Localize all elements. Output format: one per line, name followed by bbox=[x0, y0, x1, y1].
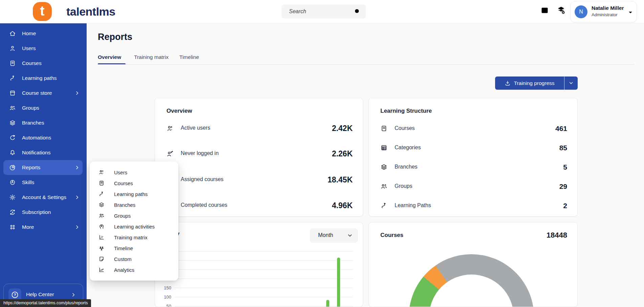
sidebar-item-skills[interactable]: Skills bbox=[0, 175, 87, 190]
sidebar-item-automations[interactable]: Automations bbox=[0, 130, 87, 145]
status-bar-url: https://demoportal.talentlms.com/plus/re… bbox=[0, 299, 91, 307]
avatar: N bbox=[575, 5, 587, 18]
gridline bbox=[174, 297, 353, 297]
search-box bbox=[282, 4, 366, 19]
talentlms-logo-mark[interactable]: t bbox=[33, 2, 52, 21]
stat-value: 2 bbox=[563, 202, 567, 210]
sidebar-item-groups[interactable]: Groups bbox=[0, 101, 87, 115]
sidebar-item-label: Course store bbox=[22, 90, 52, 96]
chevron-down-icon[interactable] bbox=[569, 81, 574, 86]
y-axis-tick: 50 bbox=[155, 304, 171, 307]
submenu-item-custom[interactable]: Custom bbox=[90, 254, 178, 264]
tab-overview[interactable]: Overview bbox=[98, 54, 121, 60]
sidebar-item-label: Courses bbox=[22, 60, 42, 66]
period-select-value: Month bbox=[318, 232, 333, 238]
activity-bar-1 bbox=[337, 258, 340, 307]
stat-row-never-logged-in: Never logged in 2.26K bbox=[155, 146, 363, 161]
stat-row-groups: Groups 29 bbox=[369, 179, 577, 193]
help-icon bbox=[11, 291, 19, 299]
sidebar-item-label: Subscription bbox=[22, 209, 51, 215]
training-progress-label-wrap: Training progress bbox=[495, 76, 564, 90]
categories-icon bbox=[380, 144, 387, 151]
pie-chart-icon bbox=[9, 164, 16, 171]
tab-timeline[interactable]: Timeline bbox=[179, 54, 199, 60]
submenu-item-training-matrix[interactable]: Training matrix bbox=[90, 232, 178, 243]
home-icon bbox=[9, 30, 16, 37]
period-select[interactable]: Month bbox=[310, 228, 358, 243]
chevron-down-icon[interactable] bbox=[627, 9, 634, 16]
sidebar-item-more[interactable]: More bbox=[0, 220, 87, 235]
sidebar-item-subscription[interactable]: Subscription bbox=[0, 205, 87, 220]
sidebar-item-label: Branches bbox=[22, 120, 44, 126]
download-icon bbox=[505, 80, 511, 86]
submenu-item-groups[interactable]: Groups bbox=[90, 210, 178, 221]
training-progress-button[interactable]: Training progress bbox=[495, 76, 578, 90]
stat-value: 2.42K bbox=[332, 124, 353, 133]
stat-row-learning-paths: Learning Paths 2 bbox=[369, 199, 577, 212]
sidebar-item-label: Skills bbox=[22, 179, 34, 185]
user-role: Administrator bbox=[592, 12, 618, 17]
bell-icon bbox=[9, 149, 16, 156]
path-icon bbox=[9, 75, 16, 82]
book-icon bbox=[9, 60, 16, 67]
stat-value: 18.45K bbox=[328, 175, 353, 184]
stat-row-courses: Courses 461 bbox=[369, 122, 577, 135]
submenu-item-analytics[interactable]: Analytics bbox=[90, 264, 178, 275]
branch-switcher-icon[interactable] bbox=[556, 5, 566, 15]
submenu-item-branches[interactable]: Branches bbox=[90, 199, 178, 210]
chevron-right-icon bbox=[74, 165, 80, 170]
sidebar-item-label: Reports bbox=[22, 165, 40, 171]
sidebar-item-label: Account & Settings bbox=[22, 194, 66, 200]
tab-training-matrix[interactable]: Training matrix bbox=[134, 54, 169, 60]
tabs-divider bbox=[98, 64, 634, 65]
sidebar-item-reports[interactable]: Reports bbox=[0, 160, 87, 175]
inbox-icon[interactable] bbox=[540, 6, 549, 15]
page-title: Reports bbox=[98, 32, 132, 42]
gridline bbox=[174, 279, 353, 279]
gridline bbox=[174, 260, 353, 261]
activity-chart-card: y Month 350 300 250 200 150 100 50 bbox=[155, 222, 363, 307]
sidebar-item-account-settings[interactable]: Account & Settings bbox=[0, 190, 87, 205]
y-axis-tick: 100 bbox=[155, 294, 171, 300]
stat-value: 29 bbox=[559, 182, 567, 191]
book-icon bbox=[380, 125, 387, 132]
talentlms-logo-text[interactable]: talentlms bbox=[66, 5, 115, 18]
sidebar-item-learning-paths[interactable]: Learning paths bbox=[0, 71, 87, 86]
timeline-icon bbox=[98, 245, 105, 251]
gridline bbox=[174, 288, 353, 288]
sidebar-item-courses[interactable]: Courses bbox=[0, 56, 87, 71]
layers-icon bbox=[9, 119, 16, 126]
stat-row-completed-courses: Completed courses 4.96K bbox=[155, 198, 363, 213]
submenu-item-users[interactable]: Users bbox=[90, 167, 178, 178]
hamburger-menu-icon[interactable] bbox=[9, 8, 17, 16]
never-logged-in-icon bbox=[166, 150, 174, 157]
user-menu[interactable]: N Natalie Miller Administrator bbox=[570, 1, 637, 22]
note-icon bbox=[98, 256, 105, 262]
search-icon[interactable] bbox=[354, 8, 361, 15]
sidebar-item-branches[interactable]: Branches bbox=[0, 115, 87, 130]
scatter-chart-icon bbox=[98, 234, 105, 240]
search-input[interactable] bbox=[282, 4, 366, 19]
overview-card: Overview Active users 2.42K Never logged… bbox=[155, 98, 363, 217]
learning-structure-card: Learning Structure Courses 461 Categorie… bbox=[369, 98, 578, 217]
sidebar-item-label: Automations bbox=[22, 135, 51, 141]
gridline bbox=[174, 251, 353, 251]
gear-icon bbox=[9, 194, 16, 201]
submenu-item-learning-paths[interactable]: Learning paths bbox=[90, 189, 178, 199]
submenu-item-learning-activities[interactable]: Learning activities bbox=[90, 221, 178, 232]
sidebar: Home Users Courses Learning paths Course… bbox=[0, 23, 87, 307]
sidebar-item-users[interactable]: Users bbox=[0, 41, 87, 56]
stat-row-branches: Branches 5 bbox=[369, 160, 577, 174]
logo-letter: t bbox=[40, 3, 44, 19]
training-progress-label: Training progress bbox=[514, 80, 554, 86]
sidebar-item-label: Home bbox=[22, 30, 36, 37]
sidebar-item-notifications[interactable]: Notifications bbox=[0, 145, 87, 160]
automation-icon bbox=[9, 134, 16, 141]
help-center-label: Help Center bbox=[26, 291, 54, 298]
submenu-item-courses[interactable]: Courses bbox=[90, 178, 178, 189]
courses-donut-card: Courses 18448 bbox=[369, 222, 578, 307]
brain-icon bbox=[9, 179, 16, 186]
submenu-item-timeline[interactable]: Timeline bbox=[90, 243, 178, 254]
sidebar-item-course-store[interactable]: Course store bbox=[0, 86, 87, 101]
sidebar-item-home[interactable]: Home bbox=[0, 26, 87, 41]
